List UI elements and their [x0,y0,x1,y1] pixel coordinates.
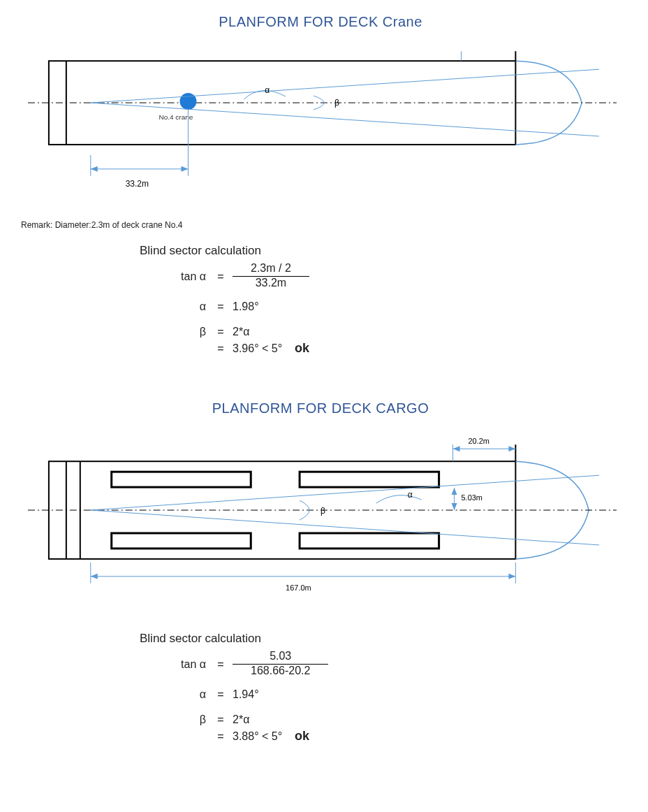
svg-marker-11 [91,166,98,172]
dim-crane: 33.2m [126,179,149,189]
alpha-lhs-1: α [140,300,214,313]
alpha-val-2: 1.94° [227,688,259,701]
diagram-cargo: 20.2m α β 5.03m 167.0m [21,433,620,615]
equals-icon: = [214,270,227,283]
dim-side: 5.03m [462,493,483,502]
svg-rect-22 [112,533,251,549]
ok-label-1: ok [282,341,309,356]
tan-lhs-2: tan α [140,658,214,671]
beta-expr-1: 2*α [227,326,249,338]
svg-point-3 [179,93,196,110]
beta-expr-2: 2*α [227,713,249,726]
beta-label-2: β [321,506,325,516]
svg-marker-12 [181,166,188,172]
beta-val-1: 3.96° < 5° [227,342,282,355]
svg-rect-24 [300,533,439,549]
beta-label-1: β [334,98,339,108]
dim-bottom: 167.0m [286,583,311,592]
svg-rect-21 [112,472,251,487]
svg-marker-29 [452,488,457,495]
alpha-lhs-2: α [140,688,214,701]
tan-lhs-1: tan α [140,270,214,283]
calc-title-1: Blind sector calculation [140,244,620,258]
calc-block-crane: Blind sector calculation tan α = 2.3m / … [140,244,620,356]
dim-top: 20.2m [469,437,490,445]
fraction-1: 2.3m / 2 33.2m [233,262,309,291]
remark-crane: Remark: Diameter:2.3m of deck crane No.4 [21,220,620,230]
section1-title: PLANFORM FOR DECK Crane [21,14,620,30]
alpha-val-1: 1.98° [227,300,259,313]
svg-marker-34 [91,574,98,579]
svg-marker-35 [508,574,515,579]
ok-label-2: ok [282,729,309,744]
beta-lhs-1: β [140,326,214,338]
beta-lhs-2: β [140,713,214,726]
alpha-label-1: α [265,85,270,95]
beta-val-2: 3.88° < 5° [227,730,282,743]
diagram-crane: No.4 crane α β 33.2m [21,47,620,201]
calc-block-cargo: Blind sector calculation tan α = 5.03 16… [140,632,620,744]
alpha-label-2: α [408,490,413,500]
svg-marker-19 [453,446,460,451]
svg-rect-23 [300,472,439,487]
fraction-2: 5.03 168.66-20.2 [233,650,328,679]
svg-line-4 [91,69,599,103]
svg-marker-30 [452,503,457,510]
section2-title: PLANFORM FOR DECK CARGO [21,400,620,416]
svg-line-26 [91,475,599,510]
svg-line-27 [91,510,599,545]
calc-title-2: Blind sector calculation [140,632,620,646]
svg-marker-20 [508,446,515,451]
